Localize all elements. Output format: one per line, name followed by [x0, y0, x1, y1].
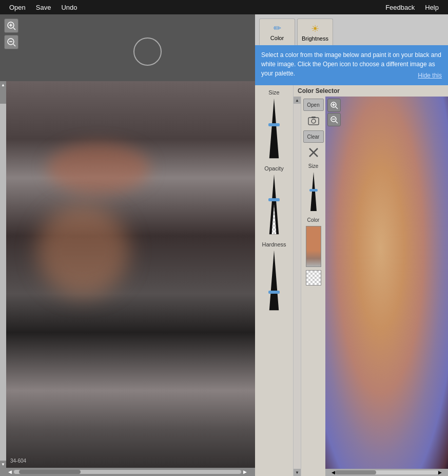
clear-icon: [308, 147, 319, 158]
cs-h-track[interactable]: [335, 470, 438, 474]
sliders-panel: Size Opacity: [255, 85, 294, 476]
size-label: Size: [268, 89, 279, 96]
info-text: Select a color from the image below and …: [261, 51, 441, 77]
cs-scroll-down[interactable]: ▼: [294, 469, 301, 476]
cs-size-svg: [308, 171, 319, 212]
scroll-track[interactable]: [0, 88, 6, 461]
skin-overlay-2: [37, 204, 129, 297]
color-selector-panel: Color Selector ▲ ▼ Open: [294, 85, 448, 476]
scroll-up-arrow[interactable]: ▲: [0, 81, 6, 88]
cs-size-slider-group: [302, 171, 324, 212]
opacity-slider-group: Opacity: [257, 165, 291, 235]
scroll-left-arrow[interactable]: ◀: [8, 469, 12, 474]
tab-brightness[interactable]: ☀ Brightness: [297, 18, 333, 45]
main-layout: ▲ ▼ 34-604: [0, 14, 448, 476]
cs-bottom-scrollbar[interactable]: ◀ ▶: [325, 469, 448, 476]
cs-photo-area[interactable]: ◀ ▶: [325, 97, 448, 476]
cs-scroll-left-arrow[interactable]: ◀: [332, 470, 335, 475]
opacity-slider-thumb[interactable]: [268, 198, 280, 201]
info-box: Select a color from the image below and …: [255, 45, 448, 85]
menu-bar: Open Save Undo Feedback Help: [0, 0, 448, 14]
zoom-out-button[interactable]: [4, 35, 18, 49]
save-menu-item[interactable]: Save: [31, 2, 56, 13]
camera-icon: [308, 115, 319, 126]
opacity-slider[interactable]: [266, 174, 282, 235]
color-tab-label: Color: [270, 35, 284, 41]
cs-zoom-in-btn[interactable]: [327, 99, 341, 112]
svg-point-17: [311, 119, 316, 123]
left-toolbar: [0, 14, 255, 81]
cs-open-button[interactable]: Open: [303, 99, 324, 111]
cs-clear-icon-button[interactable]: [306, 145, 321, 160]
cs-scroll-track[interactable]: [294, 104, 301, 469]
svg-rect-16: [308, 118, 319, 125]
svg-marker-21: [310, 172, 317, 211]
cs-color-label: Color: [307, 217, 320, 223]
svg-line-3: [13, 28, 15, 30]
cs-right-bar: Open Clear: [301, 97, 325, 476]
cs-scroll-up[interactable]: ▲: [294, 97, 301, 104]
cs-size-slider[interactable]: [308, 171, 319, 212]
size-slider-thumb[interactable]: [268, 123, 280, 126]
svg-line-6: [13, 44, 15, 46]
size-slider[interactable]: [266, 98, 282, 159]
color-selector-title: Color Selector: [298, 87, 340, 94]
hardness-slider-thumb[interactable]: [268, 291, 280, 294]
brightness-tab-icon: ☀: [311, 23, 319, 34]
svg-marker-7: [269, 99, 279, 158]
bw-photo[interactable]: 34-604: [6, 81, 255, 468]
open-menu-item[interactable]: Open: [4, 2, 31, 13]
canvas-area[interactable]: 34-604: [6, 81, 255, 468]
hardness-slider-group: Hardness: [257, 241, 291, 311]
bottom-scrollbar-container: ◀ ▶: [0, 468, 255, 476]
scroll-thumb[interactable]: [0, 88, 6, 104]
brush-preview: [133, 37, 162, 66]
svg-marker-15: [269, 251, 279, 310]
hardness-label: Hardness: [262, 241, 286, 247]
left-vertical-scrollbar[interactable]: ▲ ▼: [0, 81, 6, 468]
color-selector-header: Color Selector: [294, 85, 448, 97]
color-selector-body: ▲ ▼ Open: [294, 97, 448, 476]
svg-rect-18: [311, 117, 316, 118]
cs-camera-button[interactable]: [306, 113, 321, 128]
opacity-track-svg: [267, 174, 281, 235]
cs-vertical-scrollbar[interactable]: ▲ ▼: [294, 97, 301, 476]
zoom-in-button[interactable]: [4, 18, 18, 33]
hardness-track-svg: [267, 250, 281, 311]
cs-color-swatch[interactable]: [306, 226, 321, 267]
feedback-menu-item[interactable]: Feedback: [380, 2, 420, 13]
scroll-down-arrow[interactable]: ▼: [0, 461, 6, 468]
svg-line-28: [336, 121, 338, 123]
cs-size-label: Size: [308, 163, 318, 169]
help-menu-item[interactable]: Help: [420, 2, 444, 13]
right-panel: ✏ Color ☀ Brightness Select a color from…: [255, 14, 448, 476]
cs-zoom-out-btn[interactable]: [327, 113, 341, 126]
cs-scroll-right-arrow[interactable]: ▶: [438, 470, 442, 475]
opacity-label: Opacity: [264, 165, 283, 172]
size-slider-group: Size: [257, 89, 291, 159]
cs-clear-button[interactable]: Clear: [303, 130, 324, 143]
cs-h-thumb[interactable]: [335, 470, 376, 474]
brightness-tab-label: Brightness: [302, 35, 328, 42]
cs-transparent-swatch[interactable]: [306, 270, 321, 285]
h-scroll-thumb[interactable]: [19, 470, 81, 474]
svg-line-25: [336, 107, 338, 109]
left-panel: ▲ ▼ 34-604: [0, 14, 255, 476]
skin-overlay-1: [47, 143, 150, 194]
cs-toolbar: [327, 99, 341, 126]
hardness-slider[interactable]: [266, 250, 282, 311]
scroll-right-arrow[interactable]: ▶: [243, 469, 247, 474]
cs-size-thumb[interactable]: [309, 189, 318, 192]
hide-info-link[interactable]: Hide this: [418, 71, 442, 80]
tab-color[interactable]: ✏ Color: [259, 18, 295, 45]
h-scroll-track[interactable]: [14, 470, 241, 474]
right-tabs: ✏ Color ☀ Brightness: [255, 14, 448, 45]
undo-menu-item[interactable]: Undo: [56, 2, 82, 13]
controls-area: Size Opacity: [255, 85, 448, 476]
photo-watermark: 34-604: [10, 458, 26, 464]
size-track-svg: [267, 98, 281, 159]
color-photo[interactable]: [325, 97, 448, 476]
color-tab-icon: ✏: [274, 23, 281, 34]
